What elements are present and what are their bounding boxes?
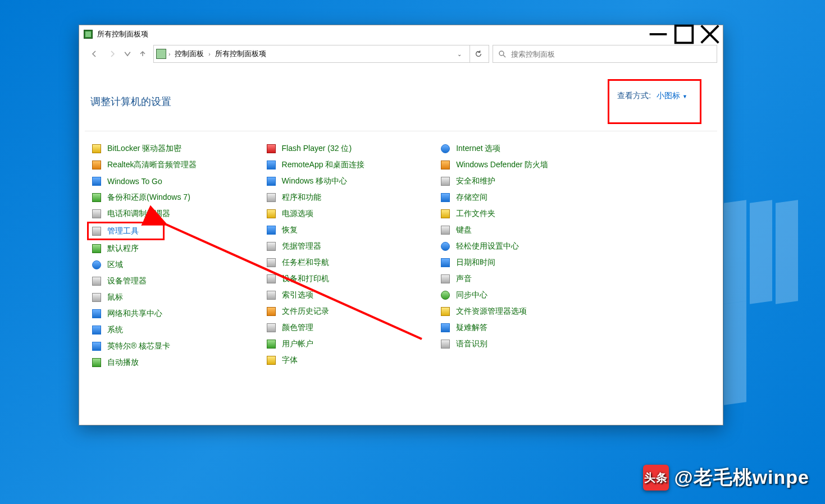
watermark: 头条 @老毛桃winpe [643,465,810,491]
cp-item-icon [266,193,276,203]
cp-item[interactable]: 同步中心 [439,287,603,303]
cp-item[interactable]: Internet 选项 [439,140,603,157]
cp-item[interactable]: 日期和时间 [439,254,603,271]
cp-item[interactable]: 自动播放 [90,354,254,370]
cp-item-label: 文件历史记录 [282,306,329,317]
cp-item[interactable]: Windows 移动中心 [265,173,429,189]
cp-item-label: 颜色管理 [282,323,313,333]
cp-item[interactable]: 程序和功能 [265,189,429,205]
breadcrumb-item[interactable]: 所有控制面板项 [213,49,268,59]
cp-item[interactable]: Windows Defender 防火墙 [439,157,603,173]
view-mode-highlight: 查看方式: 小图标▼ [608,79,701,124]
cp-item-icon [440,274,450,284]
cp-item-icon [266,323,276,333]
cp-item[interactable]: Realtek高清晰音频管理器 [90,157,254,173]
cp-item[interactable]: 网络和共享中心 [90,305,254,322]
navbar: › 控制面板 › 所有控制面板项 ⌄ [79,43,723,66]
cp-item-label: 英特尔® 核芯显卡 [107,341,170,351]
cp-item-label: 自动播放 [107,358,139,368]
cp-item-icon [92,226,102,236]
cp-item[interactable]: 文件资源管理器选项 [439,303,603,319]
cp-item[interactable]: 字体 [265,352,429,368]
cp-item[interactable]: 系统 [90,322,254,338]
cp-item-icon [92,292,102,303]
cp-item[interactable]: Windows To Go [90,173,254,189]
cp-item[interactable]: 电源选项 [265,205,429,222]
search-input[interactable] [511,50,712,58]
cp-item[interactable]: 恢复 [265,222,429,238]
cp-item[interactable]: 声音 [439,271,603,287]
cp-item[interactable]: 设备和打印机 [265,271,429,287]
cp-item[interactable]: RemoteApp 和桌面连接 [265,157,429,173]
cp-item-label: Windows To Go [107,177,162,186]
cp-item-label: Internet 选项 [456,144,500,154]
cp-item-label: 字体 [282,355,298,365]
cp-item[interactable]: 默认程序 [90,240,254,256]
cp-item[interactable]: BitLocker 驱动器加密 [90,140,254,157]
items-column-1: BitLocker 驱动器加密Realtek高清晰音频管理器Windows To… [90,140,254,425]
cp-item-label: 存储空间 [456,193,487,203]
cp-item[interactable]: 安全和维护 [439,173,603,189]
cp-item-label: 备份和还原(Windows 7) [107,193,190,203]
breadcrumb-item[interactable]: 控制面板 [172,49,206,59]
cp-item-label: 电源选项 [282,209,313,219]
maximize-button[interactable] [671,25,697,43]
cp-item-icon [266,209,276,219]
cp-item-label: 鼠标 [107,292,123,303]
cp-item-label: 程序和功能 [282,193,321,203]
cp-item[interactable]: 英特尔® 核芯显卡 [90,338,254,354]
cp-item-icon [440,339,450,349]
cp-item-icon [266,339,276,349]
cp-item-icon [92,325,102,335]
search-box[interactable] [493,45,717,63]
chevron-right-icon: › [208,51,210,57]
cp-item[interactable]: 工作文件夹 [439,205,603,222]
cp-item[interactable]: 任务栏和导航 [265,254,429,271]
minimize-button[interactable] [645,25,671,43]
view-label: 查看方式: [617,91,651,100]
close-button[interactable] [697,25,723,43]
cp-item[interactable]: 电话和调制解调器 [90,205,254,222]
cp-item[interactable]: 键盘 [439,222,603,238]
cp-item-icon [92,176,102,186]
cp-item-admin-tools-highlight[interactable]: 管理工具 [87,222,165,240]
cp-item[interactable]: 轻松使用设置中心 [439,238,603,254]
up-button[interactable] [135,47,150,61]
cp-item-icon [266,258,276,268]
window-title: 所有控制面板项 [97,29,645,39]
cp-item-label: BitLocker 驱动器加密 [107,144,181,154]
cp-item-label: RemoteApp 和桌面连接 [282,160,365,170]
cp-item[interactable]: 设备管理器 [90,273,254,289]
cp-item-icon [92,244,102,254]
cp-item-icon [440,323,450,333]
cp-item-label: 工作文件夹 [456,209,495,219]
recent-dropdown[interactable] [123,47,132,61]
cp-item[interactable]: 疑难解答 [439,319,603,336]
cp-item[interactable]: Flash Player (32 位) [265,140,429,157]
cp-item-label: 语音识别 [456,339,487,349]
back-button[interactable] [87,47,102,61]
refresh-button[interactable] [470,45,486,62]
forward-button[interactable] [105,47,120,61]
cp-item[interactable]: 索引选项 [265,287,429,303]
cp-item[interactable]: 语音识别 [439,336,603,352]
items-column-3: Internet 选项Windows Defender 防火墙安全和维护存储空间… [439,140,603,425]
cp-item[interactable]: 颜色管理 [265,319,429,336]
address-dropdown[interactable]: ⌄ [454,51,465,57]
cp-item[interactable]: 备份和还原(Windows 7) [90,189,254,205]
cp-item[interactable]: 文件历史记录 [265,303,429,319]
cp-item[interactable]: 用户帐户 [265,336,429,352]
cp-item[interactable]: 存储空间 [439,189,603,205]
cp-item[interactable]: 区域 [90,256,254,273]
cp-item-label: 用户帐户 [282,339,313,349]
cp-item-label: Windows Defender 防火墙 [456,160,548,170]
cp-item-icon [440,193,450,203]
control-panel-icon [156,49,166,59]
cp-item-label: 管理工具 [107,226,139,236]
cp-item[interactable]: 鼠标 [90,289,254,305]
cp-item-label: Flash Player (32 位) [282,144,352,154]
address-bar[interactable]: › 控制面板 › 所有控制面板项 ⌄ [153,45,489,63]
cp-item[interactable]: 凭据管理器 [265,238,429,254]
view-mode-dropdown[interactable]: 小图标▼ [657,91,687,100]
search-icon [498,49,507,58]
